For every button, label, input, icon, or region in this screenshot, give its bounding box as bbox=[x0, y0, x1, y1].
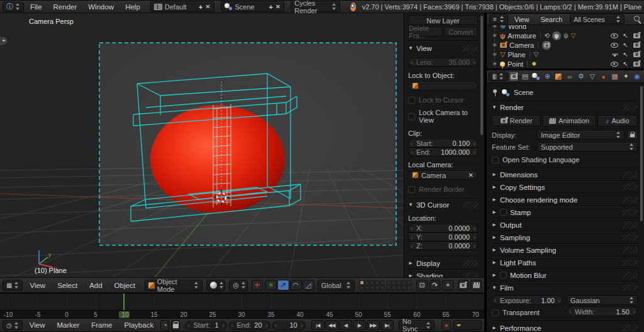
tab-modifiers[interactable]: ⚙ bbox=[576, 71, 586, 82]
tl-menu-playback[interactable]: Playback bbox=[119, 321, 158, 329]
layer-cell[interactable] bbox=[407, 280, 411, 285]
clip-start-slider[interactable]: Start: 0.100 bbox=[408, 139, 478, 148]
outliner-item-label[interactable]: Point bbox=[508, 60, 523, 68]
prev-keyframe-button[interactable]: ◀◀ bbox=[325, 320, 338, 330]
properties-scrollbar[interactable] bbox=[640, 86, 643, 221]
convert-button[interactable]: Convert bbox=[444, 27, 479, 36]
layer-cell[interactable] bbox=[387, 280, 391, 285]
lock-camera-row[interactable]: Lock Camera to View bbox=[408, 109, 478, 124]
viewport-3d[interactable]: x y Camera Persp (10) Plane + bbox=[0, 13, 404, 277]
menu-window[interactable]: Window bbox=[83, 3, 119, 11]
vp-menu-view[interactable]: View bbox=[25, 282, 50, 289]
visibility-eye-icon[interactable] bbox=[611, 33, 618, 38]
osl-row[interactable]: Open Shading Language bbox=[492, 156, 638, 163]
layer-cell[interactable] bbox=[402, 280, 406, 285]
panel-drag-stripes[interactable] bbox=[463, 201, 478, 208]
scene-close-button[interactable]: ✕ bbox=[275, 3, 280, 10]
motion-blur-checkbox[interactable] bbox=[500, 272, 507, 279]
tab-scene[interactable] bbox=[531, 71, 541, 82]
selectability-cursor-icon[interactable]: ↖ bbox=[623, 51, 628, 58]
stamp-panel-header[interactable]: ► Stamp bbox=[492, 206, 638, 218]
tl-menu-marker[interactable]: Marker bbox=[52, 321, 84, 329]
tab-object[interactable] bbox=[554, 71, 564, 82]
layer-cell[interactable] bbox=[397, 285, 401, 290]
render-button[interactable]: Render bbox=[492, 115, 541, 126]
renderability-camera-icon[interactable] bbox=[633, 43, 640, 48]
opengl-render-still-button[interactable] bbox=[458, 280, 469, 290]
lock-frame-button[interactable] bbox=[171, 320, 180, 331]
play-button[interactable]: ▶ bbox=[353, 320, 366, 330]
panel-drag-stripes[interactable] bbox=[623, 259, 638, 266]
layer-cell[interactable] bbox=[370, 285, 374, 290]
tab-data[interactable]: ▽ bbox=[587, 71, 597, 82]
timeline-track-area[interactable] bbox=[0, 293, 484, 310]
next-keyframe-button[interactable]: ▶▶ bbox=[367, 320, 380, 330]
layout-add-button[interactable]: + bbox=[199, 3, 203, 11]
pivot-point-selector[interactable]: ◎ bbox=[229, 280, 248, 291]
expand-icon[interactable]: + bbox=[492, 42, 497, 48]
lock-to-cursor-row[interactable]: Lock to Cursor bbox=[408, 96, 478, 104]
renderability-camera-icon[interactable] bbox=[633, 52, 640, 57]
render-border-checkbox[interactable] bbox=[408, 186, 415, 193]
tab-world[interactable]: ⊕ bbox=[543, 71, 553, 82]
panel-drag-stripes[interactable] bbox=[623, 324, 638, 331]
panel-drag-stripes[interactable] bbox=[623, 234, 638, 241]
dimensions-panel-header[interactable]: ► Dimensions bbox=[492, 169, 638, 180]
scene-selector[interactable]: Scene + ✕ bbox=[221, 1, 285, 12]
keying-set-field[interactable]: ✒ bbox=[453, 320, 482, 330]
info-editor-selector[interactable]: ⓘ bbox=[3, 2, 24, 12]
jump-to-start-button[interactable]: |◀ bbox=[311, 320, 325, 330]
orientation-selector[interactable]: Global bbox=[318, 280, 355, 291]
panel-drag-stripes[interactable] bbox=[623, 246, 638, 253]
render-panel-header[interactable]: ▼ Render bbox=[492, 101, 638, 113]
viewport-editor-selector[interactable]: ▦ bbox=[3, 280, 23, 290]
expand-icon[interactable]: + bbox=[492, 25, 497, 29]
panel-drag-stripes[interactable] bbox=[623, 284, 638, 291]
clip-end-slider[interactable]: End: 1000.000 bbox=[408, 148, 478, 157]
layer-cell[interactable] bbox=[360, 280, 364, 285]
outliner-row-point[interactable]: + Point ✹ ↖ bbox=[487, 59, 644, 69]
menu-render[interactable]: Render bbox=[48, 3, 82, 11]
render-border-row[interactable]: Render Border bbox=[408, 185, 478, 193]
panel-drag-stripes[interactable] bbox=[623, 196, 638, 203]
layers-widget[interactable] bbox=[360, 280, 411, 290]
lens-slider[interactable]: Lens: 35.000 bbox=[408, 58, 478, 67]
expand-icon[interactable]: + bbox=[492, 61, 497, 67]
motion-blur-panel-header[interactable]: ► Motion Blur bbox=[492, 269, 638, 281]
light-paths-panel-header[interactable]: ► Light Paths bbox=[492, 257, 638, 268]
outliner-item-label[interactable]: Camera bbox=[509, 42, 534, 49]
selectability-cursor-icon[interactable]: ↖ bbox=[623, 42, 628, 48]
outliner-row-camera[interactable]: + Camera ↖ bbox=[487, 40, 644, 50]
snap-toggle-button[interactable]: ↷ bbox=[430, 280, 441, 290]
layer-cell[interactable] bbox=[380, 280, 384, 285]
ol-menu-search[interactable]: Search bbox=[535, 16, 567, 23]
panel-drag-stripes[interactable] bbox=[463, 272, 478, 277]
current-frame-field[interactable]: 10 bbox=[272, 321, 306, 330]
opengl-render-anim-button[interactable] bbox=[470, 280, 482, 290]
panel-drag-stripes[interactable] bbox=[623, 104, 638, 111]
expand-icon[interactable]: + bbox=[492, 52, 497, 57]
tab-render-layers[interactable]: ▤ bbox=[520, 71, 530, 82]
cursor-y-slider[interactable]: Y: 0.0000 bbox=[408, 233, 478, 241]
lock-to-cursor-checkbox[interactable] bbox=[408, 97, 415, 104]
tl-menu-frame[interactable]: Frame bbox=[86, 321, 117, 329]
menu-help[interactable]: Help bbox=[120, 3, 145, 11]
selectability-cursor-icon[interactable]: ↖ bbox=[623, 32, 628, 39]
layer-cell[interactable] bbox=[392, 285, 396, 290]
pin-icon[interactable] bbox=[492, 89, 498, 96]
cursor-panel-header[interactable]: ▼ 3D Cursor bbox=[408, 199, 478, 211]
cursor-x-slider[interactable]: X: 0.0000 bbox=[408, 224, 478, 233]
panel-drag-stripes[interactable] bbox=[623, 209, 638, 216]
panel-drag-stripes[interactable] bbox=[623, 184, 638, 191]
layout-selector[interactable]: Default + ✕ bbox=[150, 1, 214, 12]
tl-menu-view[interactable]: View bbox=[25, 321, 50, 329]
osl-checkbox[interactable] bbox=[492, 157, 499, 163]
layer-cell[interactable] bbox=[365, 280, 369, 285]
tab-constraints[interactable]: ∞ bbox=[565, 71, 575, 82]
visibility-eye-closed-icon[interactable] bbox=[612, 53, 618, 55]
search-filter-icon[interactable] bbox=[633, 15, 641, 23]
layer-cell[interactable] bbox=[387, 285, 391, 290]
manipulator-rotate-button[interactable]: ◠ bbox=[290, 280, 302, 290]
panel-drag-stripes[interactable] bbox=[623, 221, 638, 228]
layout-close-button[interactable]: ✕ bbox=[205, 3, 210, 10]
